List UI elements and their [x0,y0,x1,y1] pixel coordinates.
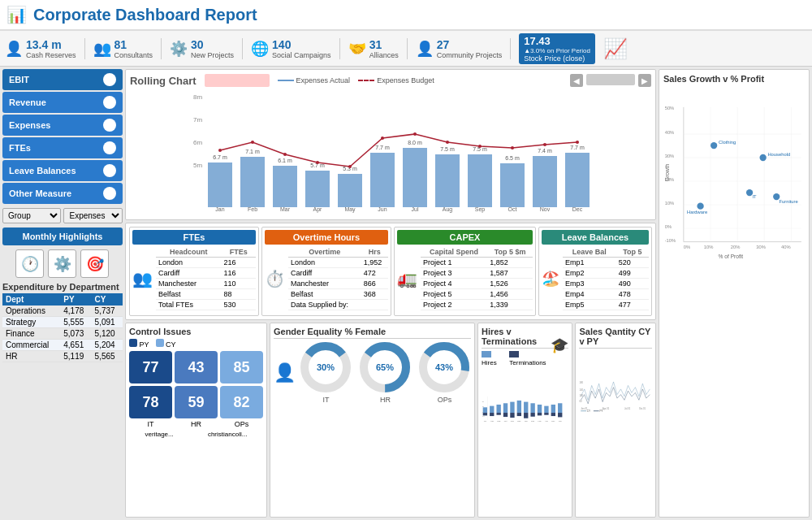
sidebar-item-other[interactable]: Other Measure [2,183,123,204]
city-cell: Belfast [156,289,221,300]
svg-text:50: 50 [482,401,485,402]
hires-icon: 🎓 [551,336,568,354]
list-item: Total FTEs530 [156,300,256,310]
gender-section: Gender Equality % Female 👤 30% IT [270,323,475,518]
svg-text:PY: PY [600,410,604,413]
svg-rect-71 [551,405,555,413]
svg-text:40%: 40% [781,245,791,249]
monthly-highlights[interactable]: Monthly Highlights [2,228,123,245]
svg-rect-78 [517,413,521,416]
it-donut-svg: 30% [300,341,352,394]
sidebar-item-expenses[interactable]: Expenses [2,115,123,136]
svg-rect-68 [530,403,534,413]
prev-arrow[interactable]: ◀ [570,74,583,87]
alliances-label: Alliances [369,51,399,59]
table-row: Operations4,1785,737 [2,306,123,317]
list-item: Project 11,852 [421,258,533,268]
svg-rect-80 [530,413,534,417]
svg-rect-70 [544,406,548,413]
ops-donut-label: OPs [438,396,452,404]
ftes-section: FTEs 👥 Headcount FTEs London216Cardiff [125,223,656,320]
cy-cell: 5,565 [92,351,123,362]
dept-cell: Finance [2,328,60,340]
emp-cell: Emp1 [563,258,616,268]
kpi-community: 👤 27 Community Projects [416,38,512,59]
svg-text:Sep: Sep [497,420,501,422]
group-controls: Group Expenses [2,208,123,223]
leave-emp-header: Leave Bal [563,247,616,258]
sidebar-item-ftes[interactable]: FTEs [2,137,123,158]
svg-rect-75 [496,413,500,415]
svg-point-46 [413,132,417,136]
val-cell: 1,456 [487,289,533,300]
page-header: 📊 Corporate Dashboard Report [0,0,812,31]
bal-cell: 499 [616,268,649,279]
emp-cell: Emp5 [563,300,616,310]
svg-rect-4 [208,162,232,207]
expenses-select[interactable]: Expenses [63,208,122,223]
svg-text:Jul-01: Jul-01 [624,407,631,410]
next-arrow[interactable]: ▶ [638,74,651,87]
hires-title: Hires v Terminations 🎓 [482,327,568,349]
control-issues-title: Control Issues [129,327,263,336]
svg-text:Jul: Jul [484,420,486,422]
bal-cell: 520 [616,258,649,268]
other-indicator [103,187,116,200]
svg-text:7.7 m: 7.7 m [570,145,585,150]
bottom-row: Control Issues PY CY 77 43 85 78 [125,323,656,518]
svg-point-51 [576,141,579,144]
ci-box-1: 43 [175,351,218,384]
py-cell: 5,555 [60,317,91,328]
ci-box-4: 59 [175,386,218,418]
svg-text:6.7 m: 6.7 m [213,154,227,160]
ftes-indicator [103,141,116,154]
svg-text:60: 60 [580,400,582,403]
svg-rect-61 [483,407,487,413]
ot-hrs-cell: 368 [361,289,388,300]
svg-rect-76 [503,413,508,417]
svg-text:May: May [551,420,555,422]
group-select[interactable]: Group [2,208,61,223]
ci-box-5: 82 [220,386,263,418]
sidebar-item-leave[interactable]: Leave Balances [2,160,123,181]
sales-growth-title: Sales Growth v % Profit [663,74,805,84]
sidebar-item-revenue[interactable]: Revenue [2,92,123,113]
city-cell: Total FTEs [156,300,221,310]
svg-text:Aug: Aug [443,206,453,213]
scroll-bar[interactable] [586,74,635,85]
svg-text:30%: 30% [317,362,335,372]
capex-truck-icon: 🚛 [397,269,417,288]
hires-legend-hires: Hires [482,351,504,366]
sales-qty-title: Sales Qantity CY v PY [579,327,652,349]
ci-label-ops: OPs [220,420,263,428]
svg-text:Jun: Jun [559,420,562,422]
list-item: Emp2499 [563,268,649,279]
city-cell: Cardiff [156,268,221,279]
kpi-alliances: 🤝 31 Alliances [348,38,408,59]
website-2: christiancoll... [208,431,247,438]
svg-text:Hardware: Hardware [687,210,707,214]
main-content: EBIT Revenue Expenses FTEs Leave Balance… [0,67,812,520]
page-title: Corporate Dashboard Report [33,6,806,24]
py-dot [129,339,137,347]
sidebar-item-ebit[interactable]: EBIT [2,69,123,90]
svg-text:Jun: Jun [378,206,387,212]
alliances-icon: 🤝 [348,40,366,58]
website-labels: veritage... christiancoll... [129,431,263,438]
svg-text:May: May [344,206,356,213]
overtime-clock-icon: ⏱️ [265,269,285,288]
svg-text:7.7 m: 7.7 m [375,145,390,150]
ftes-city-header: Headcount [156,247,221,258]
svg-text:Jan: Jan [215,206,224,212]
list-item: Emp5477 [563,300,649,310]
svg-rect-7 [240,157,265,207]
ci-legend: PY CY [129,339,263,349]
svg-point-48 [478,145,482,148]
svg-text:Mar: Mar [280,206,291,212]
py-cell: 4,178 [60,306,91,317]
ci-box-3: 78 [129,386,172,418]
sidebar-icons: 🕐 ⚙️ 🎯 [2,249,123,278]
ftes-title: FTEs [132,230,256,245]
stock-change: ▲3.0% on Prior Period [524,47,590,54]
table-row: Strategy5,5555,091 [2,317,123,328]
